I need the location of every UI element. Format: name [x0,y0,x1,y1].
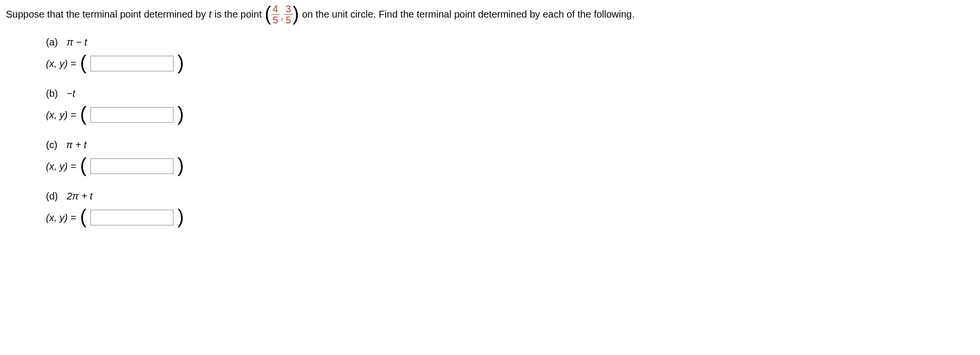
part-label: (c) [46,138,57,152]
xy-equals-label: (x, y) = [46,57,76,70]
answer-row: (x, y) = ( ) [46,208,974,227]
xy-equals-label: (x, y) = [46,109,76,122]
part-heading: (d) 2π + t [46,190,974,203]
fraction-denominator: 5 [271,14,280,25]
part-heading: (a) π − t [46,36,974,49]
answer-input-b[interactable] [90,107,174,123]
close-paren-icon: ) [177,207,184,226]
open-paren-icon: ( [264,4,271,23]
part-label: (d) [46,190,58,203]
answer-input-c[interactable] [90,158,174,174]
open-paren-icon: ( [80,155,87,175]
part-b: (b) −t (x, y) = ( ) [46,87,974,125]
answer-row: (x, y) = ( ) [46,156,974,176]
open-paren-icon: ( [80,53,87,72]
close-paren-icon: ) [293,4,299,23]
comma: , [281,10,283,25]
part-d: (d) 2π + t (x, y) = ( ) [46,190,974,227]
answer-row: (x, y) = ( ) [46,105,974,125]
part-a: (a) π − t (x, y) = ( ) [46,36,974,73]
part-label: (a) [46,36,58,49]
fraction-4-over-5: 4 5 [271,4,280,25]
part-expression: π − t [66,36,87,49]
fraction-3-over-5: 3 5 [284,4,292,25]
parts-list: (a) π − t (x, y) = ( ) (b) −t (x, y) = (… [46,36,974,227]
xy-equals-label: (x, y) = [46,211,76,224]
xy-equals-label: (x, y) = [46,160,76,173]
part-expression: −t [66,87,75,100]
part-heading: (c) π + t [46,138,974,152]
close-paren-icon: ) [177,53,184,72]
question-page: Suppose that the terminal point determin… [0,0,980,253]
problem-statement: Suppose that the terminal point determin… [6,4,974,25]
open-paren-icon: ( [80,207,87,226]
answer-row: (x, y) = ( ) [46,54,974,73]
close-paren-icon: ) [177,155,184,175]
open-paren-icon: ( [80,104,87,124]
fraction-numerator: 4 [271,4,280,14]
part-label: (b) [46,87,58,100]
fraction-denominator: 5 [284,14,292,25]
part-expression: π + t [66,138,87,152]
answer-input-a[interactable] [90,56,174,71]
close-paren-icon: ) [177,104,184,124]
prompt-mid: is the point [215,8,262,21]
point-expression: ( 4 5 , 3 5 ) [264,4,299,25]
part-c: (c) π + t (x, y) = ( ) [46,138,974,176]
part-expression: 2π + t [66,190,92,203]
prompt-post: on the unit circle. Find the terminal po… [302,8,634,21]
prompt-pre: Suppose that the terminal point determin… [6,8,206,21]
part-heading: (b) −t [46,87,974,100]
variable-t: t [209,8,212,21]
answer-input-d[interactable] [90,210,174,225]
fraction-numerator: 3 [284,4,292,14]
